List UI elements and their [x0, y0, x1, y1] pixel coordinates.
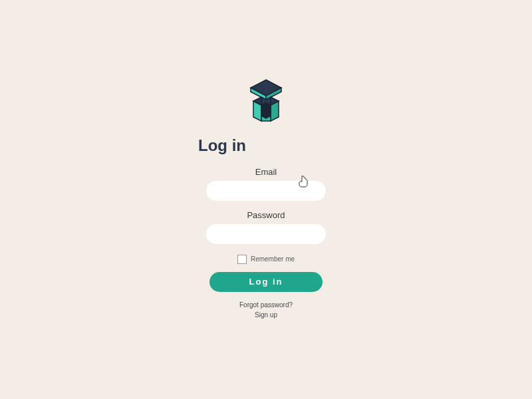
email-input[interactable]: [206, 181, 326, 201]
forgot-password-link[interactable]: Forgot password?: [239, 301, 293, 309]
remember-row: Remember me: [237, 255, 295, 264]
signup-link[interactable]: Sign up: [255, 311, 277, 319]
login-form: Log in Email Password Remember me Log in…: [193, 78, 339, 321]
password-input[interactable]: [206, 224, 326, 244]
password-label: Password: [247, 210, 285, 220]
app-logo-icon: [243, 78, 289, 131]
email-label: Email: [255, 167, 277, 177]
remember-checkbox[interactable]: [237, 255, 247, 264]
page-title: Log in: [198, 136, 246, 155]
remember-label: Remember me: [251, 255, 295, 263]
login-button[interactable]: Log in: [209, 272, 323, 292]
